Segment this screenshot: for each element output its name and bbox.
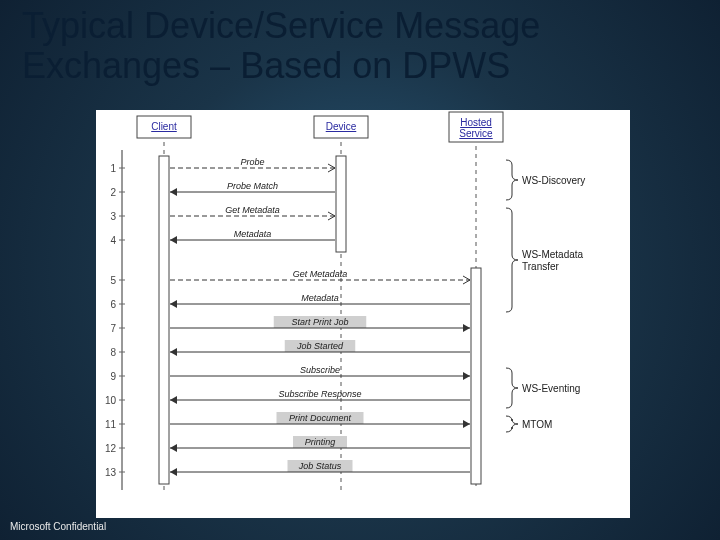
svg-text:Printing: Printing	[305, 437, 336, 447]
svg-marker-50	[170, 348, 177, 356]
svg-marker-38	[170, 300, 177, 308]
svg-marker-29	[170, 236, 177, 244]
svg-text:Get Metadata: Get Metadata	[293, 269, 348, 279]
svg-rect-12	[336, 156, 346, 252]
svg-text:6: 6	[110, 299, 116, 310]
svg-text:Subscribe Response: Subscribe Response	[278, 389, 361, 399]
svg-rect-13	[471, 268, 481, 484]
svg-text:Metadata: Metadata	[301, 293, 339, 303]
svg-text:4: 4	[110, 235, 116, 246]
svg-text:8: 8	[110, 347, 116, 358]
svg-marker-66	[463, 420, 470, 428]
svg-marker-78	[170, 468, 177, 476]
svg-text:MTOM: MTOM	[522, 419, 552, 430]
svg-text:2: 2	[110, 187, 116, 198]
svg-marker-20	[170, 188, 177, 196]
sequence-diagram: ClientDeviceHostedServiceProbe1Probe Mat…	[96, 110, 630, 518]
svg-marker-55	[463, 372, 470, 380]
svg-text:Get Metadata: Get Metadata	[225, 205, 280, 215]
svg-text:Subscribe: Subscribe	[300, 365, 340, 375]
slide: Typical Device/Service Message Exchanges…	[0, 0, 720, 540]
svg-text:Probe: Probe	[240, 157, 264, 167]
svg-marker-60	[170, 396, 177, 404]
svg-text:5: 5	[110, 275, 116, 286]
svg-text:Service: Service	[459, 128, 493, 139]
svg-text:Device: Device	[326, 121, 357, 132]
svg-text:12: 12	[105, 443, 117, 454]
svg-text:Probe Match: Probe Match	[227, 181, 278, 191]
svg-text:WS-Metadata: WS-Metadata	[522, 249, 584, 260]
svg-text:3: 3	[110, 211, 116, 222]
svg-text:Start Print Job: Start Print Job	[291, 317, 348, 327]
svg-text:Print Document: Print Document	[289, 413, 352, 423]
svg-text:13: 13	[105, 467, 117, 478]
svg-text:Client: Client	[151, 121, 177, 132]
slide-title: Typical Device/Service Message Exchanges…	[22, 6, 708, 85]
svg-text:Metadata: Metadata	[234, 229, 272, 239]
svg-text:WS-Discovery: WS-Discovery	[522, 175, 585, 186]
svg-text:Hosted: Hosted	[460, 117, 492, 128]
svg-text:Job Started: Job Started	[296, 341, 344, 351]
svg-text:WS-Eventing: WS-Eventing	[522, 383, 580, 394]
svg-marker-44	[463, 324, 470, 332]
svg-text:1: 1	[110, 163, 116, 174]
svg-marker-72	[170, 444, 177, 452]
svg-text:7: 7	[110, 323, 116, 334]
svg-text:11: 11	[105, 419, 117, 430]
svg-text:9: 9	[110, 371, 116, 382]
svg-text:Transfer: Transfer	[522, 261, 560, 272]
svg-text:10: 10	[105, 395, 117, 406]
svg-rect-11	[159, 156, 169, 484]
svg-text:Job Status: Job Status	[298, 461, 342, 471]
confidential-footer: Microsoft Confidential	[10, 521, 106, 532]
